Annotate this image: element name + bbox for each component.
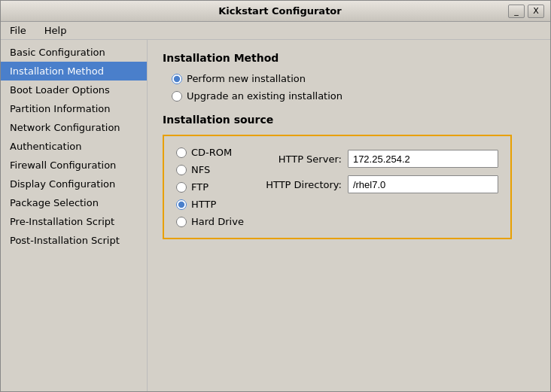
cdrom-option[interactable]: CD-ROM bbox=[176, 147, 244, 158]
installation-source-title: Installation source bbox=[163, 114, 535, 126]
main-area: Basic Configuration Installation Method … bbox=[1, 40, 550, 391]
main-window: Kickstart Configurator _ X File Help Bas… bbox=[0, 0, 551, 392]
sidebar: Basic Configuration Installation Method … bbox=[1, 40, 148, 391]
hard-drive-label: Hard Drive bbox=[191, 216, 244, 227]
ftp-radio[interactable] bbox=[176, 182, 187, 193]
hard-drive-radio[interactable] bbox=[176, 217, 187, 227]
window-title: Kickstart Configurator bbox=[52, 5, 508, 17]
http-directory-field-label: HTTP Directory: bbox=[259, 179, 342, 190]
http-server-input[interactable] bbox=[348, 150, 498, 168]
sidebar-item-network-config[interactable]: Network Configuration bbox=[1, 118, 147, 137]
sidebar-item-partition-info[interactable]: Partition Information bbox=[1, 99, 147, 118]
http-directory-row: HTTP Directory: bbox=[259, 175, 498, 193]
help-menu[interactable]: Help bbox=[38, 23, 73, 38]
upgrade-existing-option[interactable]: Upgrade an existing installation bbox=[172, 90, 535, 102]
nfs-radio[interactable] bbox=[176, 165, 187, 175]
perform-new-installation-radio[interactable] bbox=[172, 74, 182, 84]
close-button[interactable]: X bbox=[528, 5, 544, 18]
sidebar-item-display-config[interactable]: Display Configuration bbox=[1, 175, 147, 193]
nfs-option[interactable]: NFS bbox=[176, 164, 244, 175]
http-radio[interactable] bbox=[176, 199, 187, 210]
file-menu[interactable]: File bbox=[4, 23, 32, 38]
upgrade-existing-radio[interactable] bbox=[172, 91, 182, 102]
nfs-label: NFS bbox=[191, 164, 210, 175]
cdrom-radio[interactable] bbox=[176, 147, 187, 158]
sidebar-item-basic-config[interactable]: Basic Configuration bbox=[1, 43, 147, 62]
http-label: HTTP bbox=[191, 199, 216, 210]
sidebar-item-package-selection[interactable]: Package Selection bbox=[1, 193, 147, 212]
http-directory-input[interactable] bbox=[348, 175, 498, 193]
http-server-row: HTTP Server: bbox=[259, 150, 498, 168]
installation-method-group: Perform new installation Upgrade an exis… bbox=[172, 73, 535, 102]
http-option[interactable]: HTTP bbox=[176, 199, 244, 210]
sidebar-item-pre-install[interactable]: Pre-Installation Script bbox=[1, 212, 147, 231]
sidebar-item-boot-loader[interactable]: Boot Loader Options bbox=[1, 81, 147, 99]
installation-method-title: Installation Method bbox=[163, 52, 535, 64]
hard-drive-option[interactable]: Hard Drive bbox=[176, 216, 244, 227]
perform-new-installation-label: Perform new installation bbox=[187, 73, 306, 84]
http-fields: HTTP Server: HTTP Directory: bbox=[259, 150, 498, 227]
upgrade-existing-label: Upgrade an existing installation bbox=[187, 90, 342, 102]
http-server-field-label: HTTP Server: bbox=[259, 153, 342, 165]
title-bar: Kickstart Configurator _ X bbox=[1, 1, 550, 22]
content-area: Installation Method Perform new installa… bbox=[148, 40, 550, 391]
perform-new-installation-option[interactable]: Perform new installation bbox=[172, 73, 535, 84]
cdrom-label: CD-ROM bbox=[191, 147, 232, 158]
ftp-option[interactable]: FTP bbox=[176, 181, 244, 193]
installation-source-box: CD-ROM NFS FTP HTTP bbox=[163, 135, 512, 239]
ftp-label: FTP bbox=[191, 181, 209, 193]
minimize-button[interactable]: _ bbox=[508, 5, 525, 18]
source-layout: CD-ROM NFS FTP HTTP bbox=[176, 147, 498, 227]
sidebar-item-post-install[interactable]: Post-Installation Script bbox=[1, 231, 147, 250]
menu-bar: File Help bbox=[1, 22, 550, 40]
sidebar-item-firewall-config[interactable]: Firewall Configuration bbox=[1, 156, 147, 175]
window-controls: _ X bbox=[508, 5, 544, 18]
sidebar-item-authentication[interactable]: Authentication bbox=[1, 137, 147, 156]
source-radio-group: CD-ROM NFS FTP HTTP bbox=[176, 147, 244, 227]
sidebar-item-installation-method[interactable]: Installation Method bbox=[1, 62, 147, 81]
